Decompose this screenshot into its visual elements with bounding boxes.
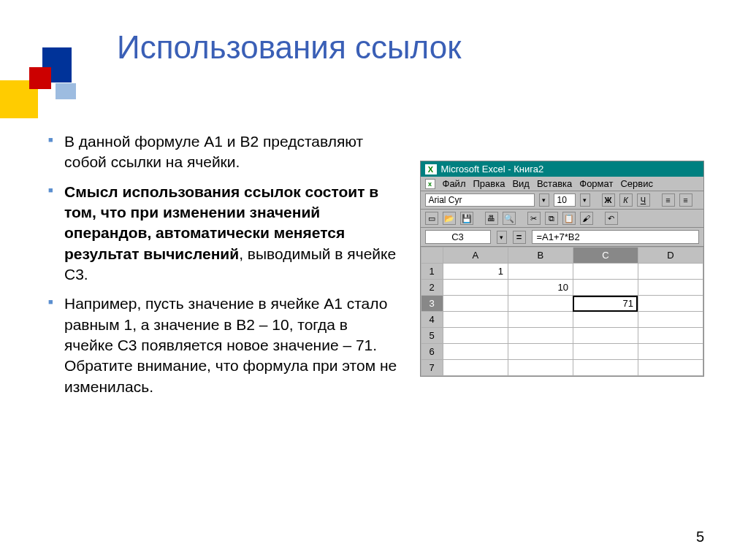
- cell-B5[interactable]: [508, 328, 573, 344]
- row-header-4[interactable]: 4: [421, 312, 443, 328]
- bullet-text: Например, пусть значение в ячейке А1 ста…: [64, 295, 397, 394]
- cell-D6[interactable]: [638, 344, 703, 360]
- bullet-text: В данной формуле А1 и В2 представляют со…: [64, 133, 363, 170]
- cell-B3[interactable]: [508, 296, 573, 312]
- italic-button[interactable]: К: [619, 193, 633, 207]
- cell-C2[interactable]: [573, 280, 638, 296]
- select-all-corner[interactable]: [421, 248, 443, 264]
- print-icon[interactable]: 🖶: [485, 212, 498, 225]
- col-header-A[interactable]: A: [443, 248, 508, 264]
- col-header-B[interactable]: B: [508, 248, 573, 264]
- paste-icon[interactable]: 📋: [562, 212, 576, 225]
- row-header-2[interactable]: 2: [421, 280, 443, 296]
- excel-font-toolbar: ▾ ▾ Ж К Ч ≡ ≡: [421, 191, 704, 210]
- cell-C6[interactable]: [573, 344, 638, 360]
- excel-title-text: Microsoft Excel - Книга2: [441, 164, 544, 174]
- align-left-button[interactable]: ≡: [662, 193, 675, 207]
- slide-accent-graphic: [0, 44, 80, 117]
- name-box-dropdown[interactable]: ▾: [497, 231, 507, 244]
- row-header-1[interactable]: 1: [421, 264, 443, 280]
- menu-insert[interactable]: Вставка: [537, 178, 572, 189]
- cell-D7[interactable]: [638, 360, 703, 376]
- bold-button[interactable]: Ж: [602, 193, 615, 207]
- cell-A3[interactable]: [443, 296, 508, 312]
- cell-B4[interactable]: [508, 312, 573, 328]
- print-preview-icon[interactable]: 🔍: [503, 212, 516, 225]
- row-header-5[interactable]: 5: [421, 328, 443, 344]
- spreadsheet-grid[interactable]: A B C D 1 1 2 10: [421, 247, 704, 376]
- accent-square-lightblue: [56, 83, 76, 99]
- cell-A4[interactable]: [443, 312, 508, 328]
- row-header-7[interactable]: 7: [421, 360, 443, 376]
- align-center-button[interactable]: ≡: [679, 193, 692, 207]
- menu-service[interactable]: Сервис: [620, 178, 653, 189]
- cell-D1[interactable]: [638, 264, 703, 280]
- font-size-dropdown[interactable]: ▾: [580, 193, 590, 207]
- col-header-D[interactable]: D: [638, 248, 703, 264]
- formula-equals-button[interactable]: =: [513, 231, 526, 244]
- accent-square-red: [29, 67, 51, 89]
- bullet-item: Например, пусть значение в ячейке А1 ста…: [44, 294, 398, 397]
- row-header-3[interactable]: 3: [421, 296, 443, 312]
- menu-view[interactable]: Вид: [512, 178, 530, 189]
- cell-D5[interactable]: [638, 328, 703, 344]
- cell-A7[interactable]: [443, 360, 508, 376]
- bullet-item: Смысл использования ссылок состоит в том…: [44, 182, 398, 285]
- excel-screenshot: X Microsoft Excel - Книга2 x Файл Правка…: [420, 161, 705, 406]
- slide-title: Использования ссылок: [117, 29, 704, 66]
- cell-C5[interactable]: [573, 328, 638, 344]
- cell-C7[interactable]: [573, 360, 638, 376]
- cell-A1[interactable]: 1: [443, 264, 508, 280]
- cell-B1[interactable]: [508, 264, 573, 280]
- menu-file[interactable]: Файл: [443, 178, 466, 189]
- font-name-dropdown[interactable]: ▾: [539, 193, 549, 207]
- cell-B2[interactable]: 10: [508, 280, 573, 296]
- copy-icon[interactable]: ⧉: [545, 212, 558, 225]
- menu-format[interactable]: Формат: [579, 178, 613, 189]
- bullet-item: В данной формуле А1 и В2 представляют со…: [44, 131, 398, 173]
- menu-edit[interactable]: Правка: [473, 178, 505, 189]
- undo-icon[interactable]: ↶: [605, 212, 618, 225]
- cell-C3[interactable]: 71: [573, 296, 638, 312]
- excel-standard-toolbar: ▭ 📂 💾 🖶 🔍 ✂ ⧉ 📋 🖌 ↶: [421, 210, 704, 228]
- open-file-icon[interactable]: 📂: [443, 212, 456, 225]
- cell-C4[interactable]: [573, 312, 638, 328]
- cell-C1[interactable]: [573, 264, 638, 280]
- formula-input[interactable]: =A1+7*B2: [532, 230, 700, 244]
- bullet-list: В данной формуле А1 и В2 представляют со…: [44, 131, 398, 406]
- name-box[interactable]: C3: [425, 230, 491, 244]
- font-name-input[interactable]: [425, 193, 535, 207]
- cell-D3[interactable]: [638, 296, 703, 312]
- format-painter-icon[interactable]: 🖌: [580, 212, 593, 225]
- cell-A2[interactable]: [443, 280, 508, 296]
- cell-B6[interactable]: [508, 344, 573, 360]
- new-file-icon[interactable]: ▭: [425, 212, 438, 225]
- excel-titlebar: X Microsoft Excel - Книга2: [421, 161, 704, 177]
- cut-icon[interactable]: ✂: [527, 212, 541, 225]
- underline-button[interactable]: Ч: [637, 193, 650, 207]
- cell-A6[interactable]: [443, 344, 508, 360]
- excel-menubar: x Файл Правка Вид Вставка Формат Сервис: [421, 177, 704, 191]
- cell-A5[interactable]: [443, 328, 508, 344]
- col-header-C[interactable]: C: [573, 248, 638, 264]
- excel-doc-icon: x: [425, 179, 435, 189]
- excel-formula-bar: C3 ▾ = =A1+7*B2: [421, 228, 704, 247]
- row-header-6[interactable]: 6: [421, 344, 443, 360]
- save-icon[interactable]: 💾: [460, 212, 473, 225]
- cell-D4[interactable]: [638, 312, 703, 328]
- cell-B7[interactable]: [508, 360, 573, 376]
- page-number: 5: [696, 529, 704, 545]
- excel-app-icon: X: [425, 164, 437, 174]
- font-size-input[interactable]: [554, 193, 576, 207]
- cell-D2[interactable]: [638, 280, 703, 296]
